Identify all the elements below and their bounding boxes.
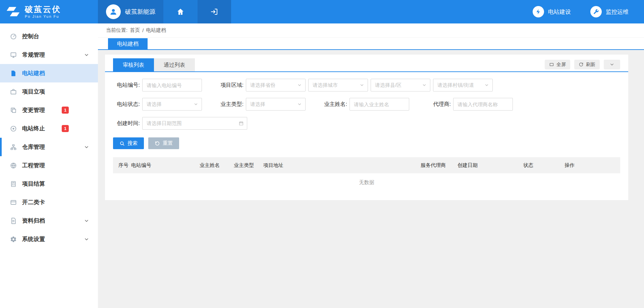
reset-button[interactable]: 重置 [148, 137, 179, 149]
filter-form: 电站编号: 项目区域: 请选择省份 请选择城市 请选择县/区 [105, 72, 628, 149]
brand-subtitle: Po Jian Yun Fu [25, 14, 61, 19]
collapse-filters-button[interactable] [604, 60, 620, 69]
home-button[interactable] [163, 0, 198, 23]
company-name: 破茧新能源 [125, 8, 155, 16]
sidebar-item-label: 变更管理 [22, 106, 45, 114]
owner-type-select[interactable]: 请选择 [246, 98, 306, 111]
panel-header: 审核列表 通过列表 全屏 刷新 [105, 55, 628, 72]
sidebar-item-project-settlement[interactable]: 项目结算 [0, 175, 98, 193]
home-icon [176, 8, 184, 16]
table-header-row: 序号 电站编号 业主姓名 业主类型 项目地址 服务代理商 创建日期 状态 操作 [113, 157, 620, 173]
station-status-select[interactable]: 请选择 [142, 98, 202, 111]
chevron-down-icon [84, 218, 89, 224]
sidebar-item-data-archive[interactable]: 资料归档 [0, 211, 98, 230]
sidebar-item-label: 仓库管理 [22, 143, 45, 151]
filter-row-2: 电站状态: 请选择 业主类型: 请选择 业主姓名: 代理商: [113, 98, 620, 111]
column-header-owner-type: 业主类型 [234, 162, 263, 169]
province-select-placeholder: 请选择省份 [250, 82, 275, 88]
sidebar-item-label: 常规管理 [22, 51, 45, 59]
sidebar-item-engineering-mgmt[interactable]: 工程管理 [0, 156, 98, 175]
page-tab-station-archive[interactable]: 电站建档 [108, 38, 148, 49]
calendar-icon [239, 121, 244, 126]
breadcrumb-current: 电站建档 [146, 27, 166, 34]
sidebar-item-change-mgmt[interactable]: 变更管理 1 [0, 101, 98, 119]
chevron-down-icon [84, 144, 89, 150]
column-header-index: 序号 [118, 162, 131, 169]
logout-icon [210, 8, 218, 16]
sidebar-item-warehouse-mgmt[interactable]: 仓库管理 [0, 138, 98, 156]
sidebar-item-station-termination[interactable]: 电站终止 1 [0, 119, 98, 138]
owner-type-placeholder: 请选择 [250, 101, 265, 108]
refresh-label: 刷新 [586, 62, 595, 68]
breadcrumb-home[interactable]: 首页 [130, 27, 140, 34]
sidebar-item-type2-card[interactable]: 开二类卡 [0, 193, 98, 211]
breadcrumb: 当前位置: 首页 / 电站建档 [98, 23, 644, 38]
owner-name-input[interactable] [350, 98, 409, 111]
tab-review-list[interactable]: 审核列表 [113, 58, 154, 71]
chevron-down-icon [422, 83, 427, 87]
station-status-placeholder: 请选择 [147, 101, 162, 108]
city-select-placeholder: 请选择城市 [313, 82, 338, 88]
column-header-actions: 操作 [565, 162, 620, 169]
create-time-label: 创建时间: [113, 120, 140, 127]
brand-logo: 破茧云伏 Po Jian Yun Fu [0, 0, 98, 23]
badge-count: 1 [62, 125, 69, 132]
province-select[interactable]: 请选择省份 [246, 79, 306, 91]
sidebar-item-label: 项目结算 [22, 180, 45, 188]
create-time-placeholder: 请选择日期范围 [147, 120, 182, 127]
sidebar-item-label: 资料归档 [22, 217, 45, 225]
user-menu[interactable]: 破茧新能源 [98, 0, 163, 23]
station-code-label: 电站编号: [113, 82, 140, 89]
sidebar-item-console[interactable]: 控制台 [0, 27, 98, 46]
city-select[interactable]: 请选择城市 [308, 79, 368, 91]
logout-button[interactable] [198, 0, 231, 23]
nav-station-build-label: 电站建设 [548, 8, 571, 16]
tab-passed-list[interactable]: 通过列表 [154, 58, 195, 71]
refresh-icon [579, 62, 584, 67]
sidebar-item-project-initiation[interactable]: 项目立项 [0, 82, 98, 101]
chevron-down-icon [609, 62, 614, 67]
lightning-icon [533, 6, 544, 17]
agent-label: 代理商: [424, 101, 451, 108]
sidebar-item-system-settings[interactable]: 系统设置 [0, 230, 98, 248]
refresh-button[interactable]: 刷新 [574, 60, 600, 69]
user-avatar-icon [106, 4, 121, 19]
copy-icon [10, 107, 17, 114]
dashboard-icon [10, 33, 17, 40]
sidebar-item-label: 电站建档 [22, 69, 45, 77]
brand-title: 破茧云伏 [25, 5, 61, 14]
content-panel: 审核列表 通过列表 全屏 刷新 [105, 55, 628, 200]
sidebar-item-label: 工程管理 [22, 162, 45, 169]
top-header: 破茧云伏 Po Jian Yun Fu 破茧新能源 [0, 0, 644, 23]
nav-station-build[interactable]: 电站建设 [533, 6, 571, 17]
brand-logo-icon [5, 6, 21, 18]
column-header-owner-name: 业主姓名 [200, 162, 234, 169]
chevron-down-icon [84, 237, 89, 242]
county-select[interactable]: 请选择县/区 [371, 79, 430, 91]
station-status-label: 电站状态: [113, 101, 140, 108]
monitor-icon [10, 52, 17, 58]
village-select[interactable]: 请选择村镇/街道 [433, 79, 493, 91]
reset-label: 重置 [163, 140, 173, 146]
calculator-icon [10, 181, 17, 187]
chevron-down-icon [360, 83, 364, 87]
card-icon [10, 199, 17, 206]
agent-input[interactable] [453, 98, 513, 111]
filter-actions: 搜索 重置 [113, 136, 620, 149]
sidebar-item-station-archive[interactable]: 电站建档 [0, 64, 98, 82]
station-code-input[interactable] [142, 79, 202, 91]
chevron-down-icon [84, 52, 89, 58]
create-time-range-input[interactable]: 请选择日期范围 [142, 117, 247, 130]
fullscreen-label: 全屏 [556, 62, 566, 68]
filter-row-1: 电站编号: 项目区域: 请选择省份 请选择城市 请选择县/区 [113, 79, 620, 91]
brand-text: 破茧云伏 Po Jian Yun Fu [25, 5, 61, 19]
chevron-down-icon [297, 102, 302, 107]
search-button[interactable]: 搜索 [113, 137, 144, 149]
wrench-icon [590, 6, 602, 17]
sidebar-item-general-mgmt[interactable]: 常规管理 [0, 46, 98, 64]
panel-toolbar: 全屏 刷新 [545, 60, 620, 69]
chevron-down-icon [484, 83, 489, 87]
breadcrumb-prefix: 当前位置: [106, 27, 127, 34]
fullscreen-button[interactable]: 全屏 [545, 60, 570, 69]
nav-monitor-ops[interactable]: 监控运维 [590, 6, 629, 17]
